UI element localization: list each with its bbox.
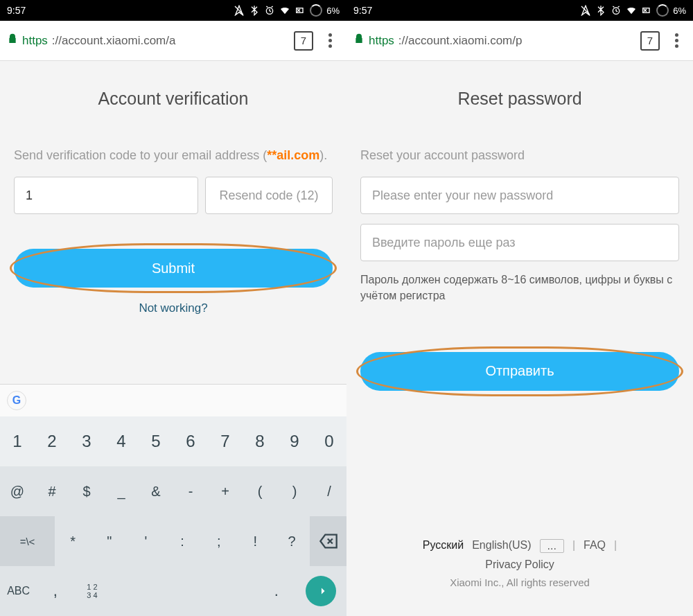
lock-icon — [353, 33, 365, 48]
lock-icon — [7, 33, 18, 48]
verification-code-input[interactable] — [14, 177, 198, 214]
phone-left: 9:57 6% https://account.xiaomi.com/a 7 A… — [0, 0, 346, 616]
keyboard-suggestion-bar: G — [0, 385, 346, 416]
url-scheme: https — [22, 34, 48, 48]
tab-switcher[interactable]: 7 — [294, 31, 313, 51]
privacy-policy-link[interactable]: Privacy Policy — [485, 558, 554, 571]
overflow-menu[interactable] — [667, 33, 686, 48]
key-;[interactable]: ; — [200, 516, 237, 566]
battery-percent: 6% — [673, 6, 686, 16]
comma-key[interactable]: , — [37, 566, 73, 616]
google-logo-icon[interactable]: G — [7, 391, 26, 410]
key-2[interactable]: 2 — [35, 416, 69, 466]
space-key[interactable] — [111, 566, 258, 616]
submit-button-wrap: Отправить — [360, 352, 679, 391]
new-password-input[interactable]: Please enter your new password — [360, 177, 679, 214]
enter-key[interactable] — [295, 566, 346, 616]
instruction-text: Send verification code to your email add… — [14, 147, 333, 164]
keyboard-row-1: 1234567890 — [0, 416, 346, 466]
svg-rect-1 — [297, 8, 303, 13]
key-![interactable]: ! — [237, 516, 274, 566]
status-time: 9:57 — [353, 5, 372, 16]
wifi-icon — [626, 5, 637, 16]
page-footer: Русский English(US) ... | FAQ | Privacy … — [360, 518, 679, 616]
location-off-icon — [580, 5, 591, 16]
browser-url-bar: https://account.xiaomi.com/p 7 — [346, 21, 693, 61]
status-icons: 6% — [580, 4, 686, 17]
status-bar: 9:57 6% — [0, 0, 346, 21]
key-3[interactable]: 3 — [69, 416, 104, 466]
alarm-icon — [264, 5, 275, 16]
enter-icon — [306, 576, 336, 606]
status-time: 9:57 — [7, 5, 26, 16]
key-@[interactable]: @ — [0, 466, 35, 516]
period-key[interactable]: . — [258, 566, 295, 616]
key-_[interactable]: _ — [104, 466, 139, 516]
abc-key[interactable]: ABC — [0, 566, 37, 616]
submit-button-wrap: Submit — [14, 249, 333, 288]
overflow-menu[interactable] — [320, 33, 340, 48]
status-icons: 6% — [234, 4, 340, 17]
page-content-left: Account verification Send verification c… — [0, 61, 346, 384]
keyboard-row-3: =\< *"':;!? — [0, 516, 346, 566]
alarm-icon — [611, 5, 622, 16]
wifi-icon — [279, 5, 290, 16]
key-5[interactable]: 5 — [139, 416, 173, 466]
key-&[interactable]: & — [139, 466, 173, 516]
battery-percent: 6% — [326, 6, 340, 16]
symbol-toggle-key[interactable]: =\< — [0, 516, 55, 566]
battery-frame-icon — [641, 5, 652, 16]
password-inputs: Please enter your new password Введите п… — [360, 177, 679, 271]
key-"[interactable]: " — [91, 516, 128, 566]
password-hint: Пароль должен содержать 8~16 символов, ц… — [360, 272, 679, 303]
url-field[interactable]: https://account.xiaomi.com/p — [353, 33, 633, 48]
confirm-password-input[interactable]: Введите пароль еще раз — [360, 224, 679, 261]
key-1[interactable]: 1 — [0, 416, 35, 466]
key-#[interactable]: # — [35, 466, 69, 516]
url-path: ://account.xiaomi.com/p — [398, 34, 523, 48]
key-8[interactable]: 8 — [243, 416, 277, 466]
language-english-link[interactable]: English(US) — [472, 539, 531, 553]
page-title: Account verification — [14, 89, 333, 109]
key-:[interactable]: : — [164, 516, 201, 566]
key-4[interactable]: 4 — [104, 416, 139, 466]
page-title: Reset password — [360, 89, 679, 109]
code-input-row: Resend code (12) — [14, 177, 333, 214]
key-([interactable]: ( — [243, 466, 277, 516]
backspace-key[interactable] — [310, 516, 346, 566]
faq-link[interactable]: FAQ — [584, 539, 606, 553]
keyboard-row-4: ABC , 1 23 4 . — [0, 566, 346, 616]
resend-code-button[interactable]: Resend code (12) — [205, 177, 333, 214]
key-?[interactable]: ? — [274, 516, 310, 566]
current-language[interactable]: Русский — [423, 539, 464, 553]
key-$[interactable]: $ — [69, 466, 104, 516]
key-0[interactable]: 0 — [312, 416, 346, 466]
url-scheme: https — [369, 34, 394, 48]
key--[interactable]: - — [173, 466, 208, 516]
loading-spinner-icon — [310, 4, 322, 17]
key-*[interactable]: * — [55, 516, 91, 566]
url-field[interactable]: https://account.xiaomi.com/a — [7, 33, 287, 48]
key-/[interactable]: / — [312, 466, 346, 516]
submit-button[interactable]: Submit — [14, 249, 333, 288]
key-'[interactable]: ' — [128, 516, 164, 566]
battery-frame-icon — [295, 5, 306, 16]
page-content-right: Reset password Reset your account passwo… — [346, 61, 693, 616]
numpad-toggle-key[interactable]: 1 23 4 — [73, 566, 110, 616]
submit-button[interactable]: Отправить — [360, 352, 679, 391]
bluetooth-icon — [249, 5, 260, 16]
svg-rect-3 — [643, 8, 649, 13]
key-9[interactable]: 9 — [277, 416, 312, 466]
masked-email: **ail.com — [267, 148, 319, 162]
key-7[interactable]: 7 — [208, 416, 243, 466]
key-+[interactable]: + — [208, 466, 243, 516]
not-working-link[interactable]: Not working? — [14, 301, 333, 315]
key-6[interactable]: 6 — [173, 416, 208, 466]
keyboard-row-2: @#$_&-+()/ — [0, 466, 346, 516]
soft-keyboard: G 1234567890 @#$_&-+()/ =\< *"':;!? ABC … — [0, 384, 346, 616]
location-off-icon — [234, 5, 245, 16]
key-)[interactable]: ) — [277, 466, 312, 516]
more-languages-button[interactable]: ... — [540, 539, 564, 553]
tab-switcher[interactable]: 7 — [640, 31, 660, 51]
status-bar: 9:57 6% — [346, 0, 693, 21]
